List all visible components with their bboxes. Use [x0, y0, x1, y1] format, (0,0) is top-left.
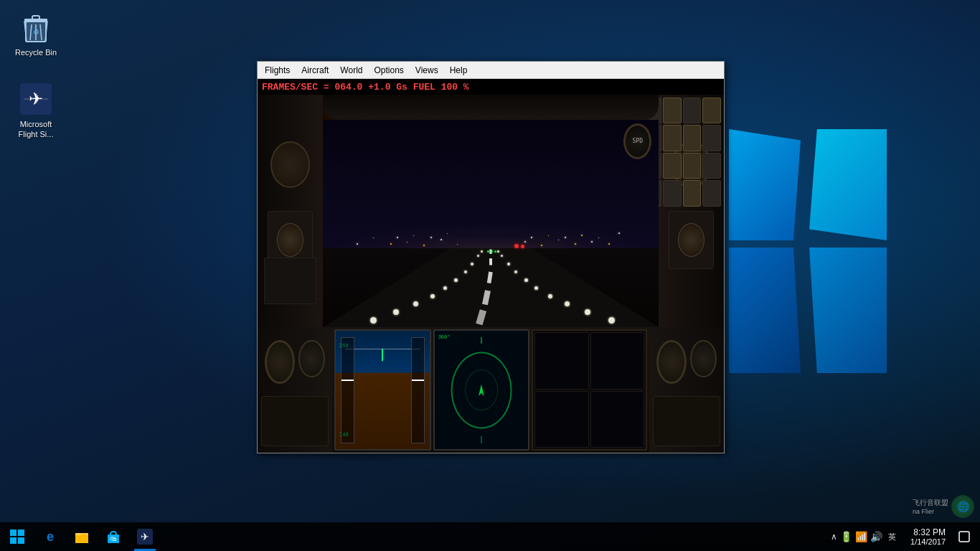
taskbar-icons: e 🛍 [34, 522, 161, 551]
nd-instrument: 360° [433, 329, 530, 451]
menu-views[interactable]: Views [410, 64, 444, 77]
menu-bar: Flights Aircraft World Options Views Hel… [258, 62, 724, 79]
right-instruments [532, 329, 647, 451]
flight-sim-label: Microsoft Flight Si... [19, 119, 54, 140]
svg-text:🛍: 🛍 [110, 535, 117, 542]
taskbar-flightsim[interactable]: ✈ [129, 522, 161, 551]
menu-options[interactable]: Options [368, 64, 409, 77]
taskbar-edge[interactable]: e [34, 522, 66, 551]
sky-viewport [323, 120, 659, 327]
flight-sim-image: ✈ [19, 82, 53, 116]
svg-rect-29 [959, 532, 969, 542]
win-pane-br [809, 248, 887, 373]
svg-rect-20 [18, 537, 24, 544]
recycle-bin-image: ♻ [19, 10, 53, 44]
status-text: FRAMES/SEC = 064.0 +1.0 Gs FUEL 100 % [262, 82, 469, 93]
notification-button[interactable] [951, 522, 977, 551]
watermark-icon: 🌐 [951, 495, 974, 518]
menu-aircraft[interactable]: Aircraft [296, 64, 334, 77]
status-bar: FRAMES/SEC = 064.0 +1.0 Gs FUEL 100 % [258, 79, 724, 95]
svg-rect-19 [10, 537, 17, 544]
cockpit-left-panel [258, 95, 323, 327]
watermark: 飞行音联盟 na Flier 🌐 [913, 495, 974, 518]
start-button[interactable] [0, 522, 34, 551]
taskbar-explorer[interactable] [66, 522, 98, 551]
desktop: ♻ Recycle Bin ✈ Microsoft Flight Si... F… [0, 0, 980, 551]
battery-icon[interactable]: 🔋 [840, 531, 852, 542]
volume-icon[interactable]: 🔊 [870, 531, 882, 542]
taskbar: e 🛍 [0, 522, 980, 551]
svg-line-14 [489, 272, 491, 283]
pfd-instrument: 350 140 [334, 329, 431, 451]
win-pane-tr [809, 129, 887, 240]
svg-text:♻: ♻ [33, 28, 39, 36]
win-pane-bl [729, 248, 801, 373]
svg-text:e: e [47, 529, 54, 544]
speed-gauge: SPD [623, 123, 651, 159]
flight-sim-desktop-icon[interactable]: ✈ Microsoft Flight Si... [7, 79, 65, 143]
svg-rect-6 [32, 16, 39, 19]
systray-icons: ∧ 🔋 📶 🔊 英 [825, 522, 905, 551]
svg-line-16 [479, 311, 484, 325]
win-pane-tl [729, 129, 801, 240]
svg-rect-17 [10, 529, 17, 536]
language-indicator[interactable]: 英 [885, 532, 899, 542]
clock-area[interactable]: 8:32 PM 1/14/2017 [905, 527, 951, 546]
glareshield [323, 95, 659, 120]
sim-viewport: 350 140 [258, 95, 724, 453]
recycle-bin-icon[interactable]: ♻ Recycle Bin [7, 7, 65, 60]
menu-world[interactable]: World [334, 64, 368, 77]
svg-text:✈: ✈ [141, 531, 149, 542]
svg-rect-18 [18, 529, 24, 536]
clock-time: 8:32 PM [913, 527, 946, 537]
watermark-text: 飞行音联盟 na Flier [913, 498, 948, 515]
svg-rect-24 [75, 533, 81, 535]
menu-help[interactable]: Help [444, 64, 473, 77]
svg-line-15 [485, 291, 488, 305]
recycle-bin-label: Recycle Bin [15, 47, 57, 57]
chevron-up-icon[interactable]: ∧ [831, 532, 837, 542]
menu-flights[interactable]: Flights [259, 64, 296, 77]
flight-sim-window: Flights Aircraft World Options Views Hel… [257, 61, 725, 453]
windows-logo-decoration [729, 129, 887, 373]
network-icon[interactable]: 📶 [855, 531, 867, 542]
instrument-panel: 350 140 [258, 327, 724, 453]
clock-date: 1/14/2017 [910, 537, 946, 546]
system-tray: ∧ 🔋 📶 🔊 英 8:32 PM 1/14/2017 [825, 522, 980, 551]
svg-rect-23 [75, 534, 88, 543]
taskbar-store[interactable]: 🛍 [98, 522, 129, 551]
